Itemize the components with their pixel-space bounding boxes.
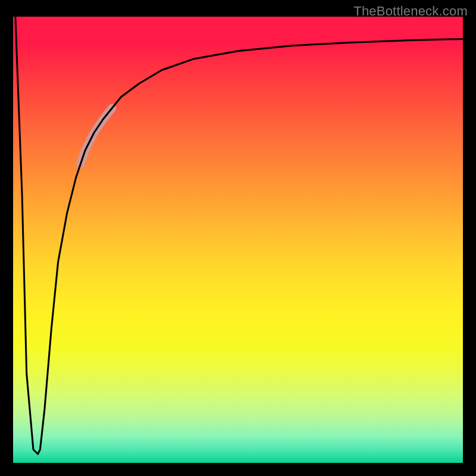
plot-area <box>13 17 463 463</box>
chart-frame: TheBottleneck.com <box>0 0 476 476</box>
curve-layer <box>13 17 463 463</box>
bottleneck-curve-highlight <box>80 108 112 164</box>
bottleneck-curve <box>15 17 463 454</box>
